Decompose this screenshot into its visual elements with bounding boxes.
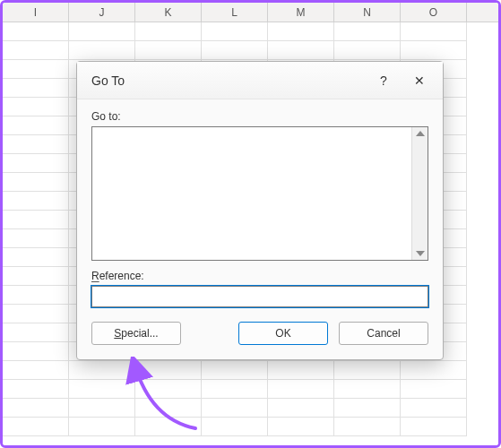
column-headers: I J K L M N O (3, 3, 498, 22)
col-header[interactable]: K (135, 3, 202, 22)
special-button[interactable]: Special... (91, 322, 181, 345)
reference-input[interactable] (91, 286, 428, 307)
go-to-dialog: Go To ? ✕ Go to: Reference: Special... O… (76, 61, 444, 360)
close-button[interactable]: ✕ (402, 66, 437, 95)
listbox-scrollbar[interactable] (411, 127, 428, 260)
col-header[interactable]: J (69, 3, 135, 22)
cancel-button[interactable]: Cancel (339, 322, 428, 345)
help-button[interactable]: ? (366, 66, 402, 95)
scroll-up-icon[interactable] (416, 131, 425, 136)
dialog-titlebar[interactable]: Go To ? ✕ (77, 62, 443, 99)
col-header[interactable]: O (401, 3, 467, 22)
scroll-down-icon[interactable] (416, 251, 425, 256)
col-header[interactable]: I (3, 3, 69, 22)
col-header[interactable]: L (202, 3, 268, 22)
goto-listbox[interactable] (91, 126, 428, 261)
goto-label: Go to: (91, 110, 428, 123)
ok-button[interactable]: OK (238, 322, 328, 345)
close-icon: ✕ (414, 73, 425, 88)
col-header[interactable]: M (268, 3, 334, 22)
dialog-title: Go To (91, 73, 366, 88)
help-icon: ? (380, 73, 387, 88)
reference-label: Reference: (91, 270, 428, 282)
col-header[interactable]: N (334, 3, 401, 22)
